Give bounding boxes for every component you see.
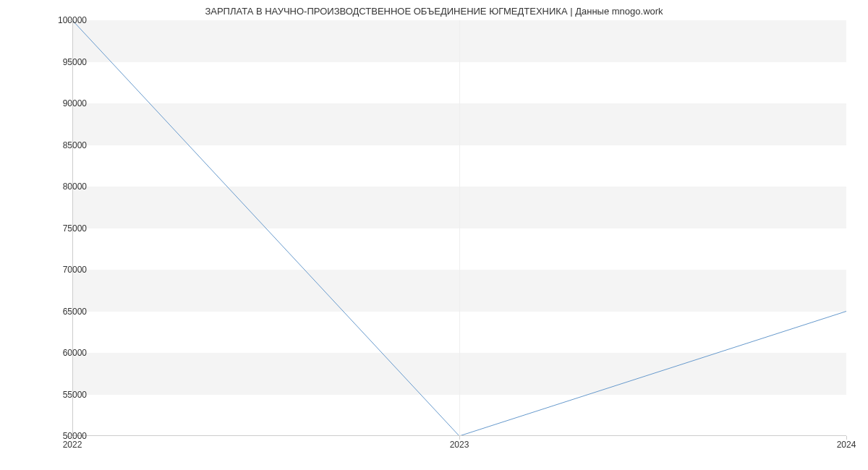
y-tick-label: 75000 xyxy=(63,223,87,234)
y-tick-mark xyxy=(69,20,72,21)
y-tick-mark xyxy=(69,395,72,396)
line-series xyxy=(72,20,846,436)
x-tick-label: 2023 xyxy=(450,440,469,450)
y-tick-mark xyxy=(69,270,72,270)
y-tick-label: 95000 xyxy=(63,57,87,67)
y-tick-mark xyxy=(69,312,72,312)
y-tick-label: 70000 xyxy=(63,265,87,275)
y-tick-mark xyxy=(69,228,72,229)
chart-plot-area xyxy=(72,20,846,436)
y-tick-label: 65000 xyxy=(63,307,87,317)
y-tick-label: 85000 xyxy=(63,140,87,150)
y-tick-mark xyxy=(69,145,72,146)
y-tick-label: 60000 xyxy=(63,348,87,358)
y-tick-mark xyxy=(69,187,72,187)
y-tick-mark xyxy=(69,103,72,104)
y-tick-label: 90000 xyxy=(63,98,87,108)
chart-title: ЗАРПЛАТА В НАУЧНО-ПРОИЗВОДСТВЕННОЕ ОБЪЕД… xyxy=(0,0,868,20)
y-tick-label: 80000 xyxy=(63,181,87,192)
y-tick-label: 55000 xyxy=(63,390,87,400)
x-tick-label: 2024 xyxy=(837,440,856,450)
x-tick-mark xyxy=(459,436,460,440)
y-tick-mark xyxy=(69,353,72,354)
x-tick-mark xyxy=(846,436,847,440)
x-tick-label: 2022 xyxy=(63,440,82,450)
x-tick-mark xyxy=(72,436,73,440)
y-tick-mark xyxy=(69,62,72,63)
